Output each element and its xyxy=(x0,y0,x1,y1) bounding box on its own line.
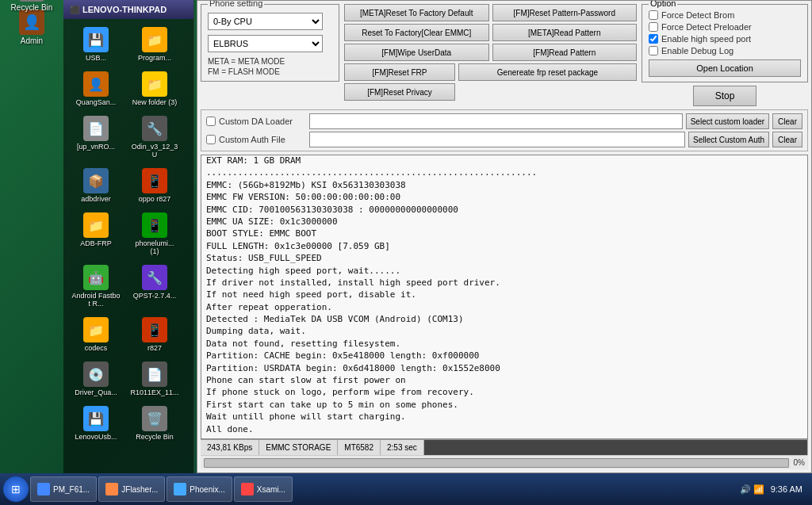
log-line: EXT RAM: 1 GB DRAM xyxy=(206,155,802,166)
usb-icon: 💾 xyxy=(83,27,109,52)
fm-wipe-userdata-btn[interactable]: [FM]Wipe UserData xyxy=(344,44,489,61)
codecs-icon: 📁 xyxy=(83,317,109,342)
btn-row-2: Reset To Factory[Clear EMMC] [META]Read … xyxy=(344,24,637,41)
log-line: BOOT STYLE: EMMC BOOT xyxy=(206,228,802,239)
enable-high-speed-checkbox[interactable] xyxy=(649,34,658,44)
fm-reset-pattern-password-btn[interactable]: [FM]Reset Pattern-Password xyxy=(492,4,638,21)
tray-icons: 🔊 📶 xyxy=(740,484,764,495)
chipset-select[interactable]: ELBRUS MTK6582 MTK6592 xyxy=(208,35,323,52)
select-custom-loader-btn[interactable]: Select custom loader xyxy=(686,113,769,129)
log-line: If phone stuck on logo, perform wipe fro… xyxy=(206,386,802,398)
log-area: EXT RAM: 1 GB DRAM......................… xyxy=(201,155,808,439)
auth-file-checkbox[interactable] xyxy=(206,135,216,144)
log-line: EMMC FW VERSION: 50:00:00:00:00:00:00 xyxy=(206,191,802,203)
log-line: If not need high speed port, disable it. xyxy=(206,289,802,300)
sidebar-item-newfolder[interactable]: 📁 New folder (3) xyxy=(127,68,182,109)
sidebar-item-program[interactable]: 📁 Program... xyxy=(127,24,182,65)
log-line: First start can take up to 5 min on some… xyxy=(206,399,802,411)
log-line: Partition: CACHE begin: 0x5e418000 lengt… xyxy=(206,350,802,362)
fm-reset-frp-btn[interactable]: [FM]Reset FRP xyxy=(344,63,455,81)
qpst-icon: 🔧 xyxy=(142,265,167,290)
sidebar-title: ⬛ LENOVO-THINKPAD xyxy=(63,0,193,19)
taskbar: ⊞ PM_F61... JFlasher... Phoenix... Xsami… xyxy=(0,473,812,505)
fm-reset-privacy-btn[interactable]: [FM]Reset Privacy xyxy=(344,83,455,101)
log-line: Partition: USRDATA begin: 0x6d418000 len… xyxy=(206,362,802,374)
log-line: If driver not installed, install high sp… xyxy=(206,277,802,289)
da-loader-checkbox[interactable] xyxy=(206,117,216,126)
meta-reset-factory-btn[interactable]: [META]Reset To Factory Default xyxy=(344,4,489,21)
sidebar-item-qpst[interactable]: 🔧 QPST-2.7.4... xyxy=(127,262,182,311)
force-detect-brom-label: Force Detect Brom xyxy=(661,10,734,20)
meta-text-line2: FM = FLASH MODE xyxy=(208,67,332,76)
auth-file-input[interactable] xyxy=(309,132,685,147)
da-loader-input[interactable] xyxy=(309,113,683,129)
log-line: Phone can start slow at first power on xyxy=(206,374,802,386)
sidebar-item-phonelumi[interactable]: 📱 phonelumi... (1) xyxy=(127,209,182,258)
admin-label: Admin xyxy=(21,36,43,45)
btn-row-3: [FM]Wipe UserData [FM]Read Pattern xyxy=(344,44,637,61)
da-loader-label: Custom DA Loader xyxy=(219,117,306,126)
sidebar-item-upvnro[interactable]: 📄 [up_vnRO... xyxy=(68,113,124,162)
androidfastbot-icon: 🤖 xyxy=(83,265,109,290)
log-line: Detected : MediaTek DA USB VCOM (Android… xyxy=(206,313,802,325)
option-force-detect-brom: Force Detect Brom xyxy=(649,10,801,20)
recycle-label: Recycle Bin xyxy=(11,3,53,12)
progress-section: 0% xyxy=(201,455,808,469)
fm-read-pattern-btn[interactable]: [FM]Read Pattern xyxy=(492,44,638,61)
option-section: Option Force Detect Brom Force Detect Pr… xyxy=(642,4,808,82)
option-legend: Option xyxy=(649,1,677,8)
open-location-btn[interactable]: Open Location xyxy=(649,59,801,77)
sidebar-item-usb[interactable]: 💾 USB... xyxy=(68,24,124,65)
meta-text-line1: META = META MODE xyxy=(208,57,332,66)
sidebar-recycle-icon: 🗑️ xyxy=(142,406,167,431)
taskbar-btn-pmf61[interactable]: PM_F61... xyxy=(30,476,97,502)
phone-setting-group: Phone setting 0-By CPU By NVRAM By Patte… xyxy=(201,4,339,82)
enable-debug-log-checkbox[interactable] xyxy=(649,46,658,55)
desktop-icons: 👤 Admin 🗑️ Recycle Bin xyxy=(0,0,63,55)
da-loader-clear-btn[interactable]: Clear xyxy=(772,113,802,129)
progress-label: 0% xyxy=(794,458,805,467)
sidebar-item-recyclebin[interactable]: 🗑️ Recycle Bin xyxy=(127,403,182,444)
cpu-select[interactable]: 0-By CPU By NVRAM By Pattern xyxy=(208,13,323,30)
status-extra xyxy=(424,440,808,455)
force-detect-brom-checkbox[interactable] xyxy=(649,10,658,20)
taskbar-btn-jflasher[interactable]: JFlasher... xyxy=(98,476,165,502)
stop-btn[interactable]: Stop xyxy=(693,86,756,106)
enable-high-speed-label: Enable high speed port xyxy=(661,34,751,44)
sidebar-item-lenovousb[interactable]: 💾 LenovoUsb... xyxy=(68,403,124,444)
sidebar-icons-container: 💾 USB... 📁 Program... 👤 QuangSan... 📁 Ne… xyxy=(63,19,193,449)
sidebar-item-adbdriver[interactable]: 📦 adbdriver xyxy=(68,165,124,206)
btn-row-1: [META]Reset To Factory Default [FM]Reset… xyxy=(344,4,637,21)
option-enable-debug-log: Enable Debug Log xyxy=(649,46,801,55)
option-enable-high-speed: Enable high speed port xyxy=(649,34,801,44)
sidebar-item-driverqua[interactable]: 💿 Driver_Qua... xyxy=(68,358,124,400)
reset-factory-clear-emmc-btn[interactable]: Reset To Factory[Clear EMMC] xyxy=(344,24,489,41)
r1011ex-icon: 📄 xyxy=(142,362,167,387)
auth-file-clear-btn[interactable]: Clear xyxy=(772,132,802,147)
select-custom-auth-btn[interactable]: Sellect Custom Auth xyxy=(688,132,769,147)
sidebar-item-odin[interactable]: 🔧 Odin_v3_12_3 U xyxy=(127,113,182,162)
sidebar-item-oppo[interactable]: 📱 oppo r827 xyxy=(127,165,182,206)
sidebar-item-adbfrp[interactable]: 📁 ADB-FRP xyxy=(68,209,124,258)
start-button[interactable]: ⊞ xyxy=(3,476,29,502)
taskbar-btn-xsami[interactable]: Xsami... xyxy=(234,476,293,502)
stop-btn-area: Stop xyxy=(642,86,808,106)
sidebar-item-androidfastbot[interactable]: 🤖 Android Fastbot R... xyxy=(68,262,124,311)
taskbar-btn-phoenix[interactable]: Phoenix... xyxy=(167,476,232,502)
status-time: 2:53 sec xyxy=(381,440,424,455)
sidebar-item-r1011ex[interactable]: 📄 R1011EX_11... xyxy=(127,358,182,400)
xsami-icon xyxy=(241,483,254,495)
jflasher-icon xyxy=(105,483,118,495)
log-line: EMMC: (56Gb+8192Mb) KSI 0x563130303038 xyxy=(206,179,802,191)
cpu-select-row: 0-By CPU By NVRAM By Pattern xyxy=(208,13,332,30)
sidebar-item-quangsan[interactable]: 👤 QuangSan... xyxy=(68,68,124,109)
log-line: Dumping data, wait. xyxy=(206,325,802,337)
sidebar-item-codecs[interactable]: 📁 codecs xyxy=(68,314,124,355)
upvnro-icon: 📄 xyxy=(83,116,109,141)
force-detect-preloader-checkbox[interactable] xyxy=(649,22,658,32)
sidebar-item-r827[interactable]: 📱 r827 xyxy=(127,314,182,355)
desktop-icon-recycle[interactable]: 🗑️ Recycle Bin xyxy=(3,0,60,15)
adbfrp-icon: 📁 xyxy=(83,212,109,238)
genereate-frp-btn[interactable]: Genereate frp reset package xyxy=(458,63,637,81)
meta-read-pattern-btn[interactable]: [META]Read Pattern xyxy=(492,24,638,41)
